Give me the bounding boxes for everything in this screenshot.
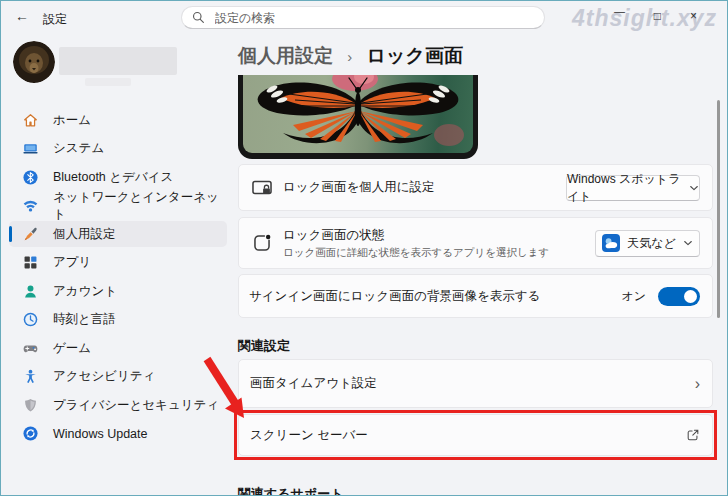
close-button[interactable]: × bbox=[690, 9, 697, 23]
search-input[interactable] bbox=[213, 10, 517, 26]
setting-row-lock-screen-status[interactable]: ロック画面の状態 ロック画面に詳細な状態を表示するアプリを選択します 天気など bbox=[238, 217, 713, 269]
sidebar-item-network[interactable]: ネットワークとインターネット bbox=[9, 193, 227, 219]
related-settings-header: 関連設定 bbox=[238, 337, 290, 355]
page-title: ロック画面 bbox=[367, 45, 463, 66]
chevron-down-icon bbox=[683, 238, 693, 248]
user-avatar[interactable] bbox=[13, 41, 55, 83]
breadcrumb-parent[interactable]: 個人用設定 bbox=[238, 45, 333, 66]
scrollbar-thumb[interactable] bbox=[717, 100, 720, 318]
setting-row-personalize-lock-screen[interactable]: ロック画面を個人用に設定 Windows スポットライト bbox=[238, 164, 713, 211]
gaming-icon bbox=[22, 340, 39, 357]
sidebar-item-windows-update[interactable]: Windows Update bbox=[9, 421, 227, 447]
breadcrumb-separator-icon: › bbox=[347, 48, 352, 65]
related-support-header: 関連するサポート bbox=[238, 485, 344, 496]
accounts-icon bbox=[22, 283, 39, 300]
window-title: 設定 bbox=[43, 11, 67, 28]
sidebar-item-label: 個人用設定 bbox=[53, 226, 116, 243]
accessibility-icon bbox=[22, 368, 39, 385]
setting-row-screen-timeout[interactable]: 画面タイムアウト設定 › bbox=[238, 359, 713, 408]
sidebar-item-label: 時刻と言語 bbox=[53, 311, 116, 328]
breadcrumb: 個人用設定 › ロック画面 bbox=[238, 43, 463, 69]
back-arrow-icon[interactable]: ← bbox=[15, 8, 29, 24]
lock-screen-status-icon bbox=[251, 232, 273, 254]
sidebar-item-personalization[interactable]: 個人用設定 bbox=[9, 221, 227, 247]
user-name-redacted bbox=[59, 47, 177, 75]
lock-screen-personalize-dropdown[interactable]: Windows スポットライト bbox=[566, 175, 700, 201]
butterfly-image bbox=[243, 75, 473, 153]
sidebar-item-label: Bluetooth とデバイス bbox=[53, 169, 173, 186]
setting-row-screen-saver[interactable]: スクリーン セーバー bbox=[238, 414, 713, 456]
bluetooth-icon bbox=[22, 169, 39, 186]
dropdown-value: Windows スポットライト bbox=[567, 171, 681, 205]
chevron-down-icon bbox=[689, 183, 699, 193]
sidebar-item-label: ネットワークとインターネット bbox=[53, 189, 227, 223]
sidebar-nav: ホーム システム Bluetooth とデバイス ネットワークとインターネット bbox=[9, 107, 227, 447]
windows-update-icon bbox=[22, 425, 39, 442]
search-box[interactable] bbox=[181, 6, 545, 29]
sidebar-item-label: Windows Update bbox=[53, 427, 148, 441]
sidebar-item-gaming[interactable]: ゲーム bbox=[9, 335, 227, 361]
sidebar-item-home[interactable]: ホーム bbox=[9, 107, 227, 133]
user-email-redacted bbox=[85, 78, 131, 86]
sidebar-item-label: アカウント bbox=[53, 283, 117, 300]
search-icon bbox=[192, 11, 205, 24]
sidebar-item-accessibility[interactable]: アクセシビリティ bbox=[9, 364, 227, 390]
setting-description: ロック画面に詳細な状態を表示するアプリを選択します bbox=[283, 246, 549, 260]
dropdown-value: 天気など bbox=[627, 235, 676, 252]
home-icon bbox=[22, 112, 39, 129]
personalization-icon bbox=[22, 226, 39, 243]
setting-label: 画面タイムアウト設定 bbox=[250, 375, 377, 392]
settings-window: ← 設定 4thsight.xyz — □ × ホーム bbox=[0, 0, 728, 496]
toggle-knob bbox=[684, 290, 697, 303]
sidebar-item-system[interactable]: システム bbox=[9, 136, 227, 162]
setting-row-signin-background[interactable]: サインイン画面にロック画面の背景画像を表示する オン bbox=[238, 274, 713, 318]
minimize-button[interactable]: — bbox=[614, 5, 625, 17]
lock-screen-personalize-icon bbox=[251, 177, 273, 199]
external-link-icon bbox=[686, 428, 700, 442]
toggle-state-label: オン bbox=[621, 288, 646, 305]
sidebar-item-label: システム bbox=[53, 140, 104, 157]
time-language-icon bbox=[22, 311, 39, 328]
sidebar-item-label: プライバシーとセキュリティ bbox=[53, 397, 219, 414]
sidebar-item-label: ホーム bbox=[53, 112, 91, 129]
sidebar-item-label: ゲーム bbox=[53, 340, 91, 357]
setting-label: サインイン画面にロック画面の背景画像を表示する bbox=[249, 288, 540, 305]
sidebar-item-accounts[interactable]: アカウント bbox=[9, 278, 227, 304]
weather-app-icon bbox=[602, 234, 620, 252]
system-icon bbox=[22, 140, 39, 157]
maximize-button[interactable]: □ bbox=[654, 9, 661, 23]
network-icon bbox=[22, 197, 39, 214]
sidebar-item-time-language[interactable]: 時刻と言語 bbox=[9, 307, 227, 333]
privacy-icon bbox=[22, 397, 39, 414]
sidebar-item-label: アプリ bbox=[53, 254, 91, 271]
apps-icon bbox=[22, 254, 39, 271]
setting-label: ロック画面の状態 bbox=[283, 227, 549, 244]
sidebar-item-privacy[interactable]: プライバシーとセキュリティ bbox=[9, 392, 227, 418]
chevron-right-icon: › bbox=[695, 376, 700, 392]
signin-background-toggle[interactable] bbox=[658, 287, 700, 306]
sidebar-item-label: アクセシビリティ bbox=[53, 368, 155, 385]
lock-screen-status-dropdown[interactable]: 天気など bbox=[595, 230, 700, 257]
setting-label: ロック画面を個人用に設定 bbox=[283, 179, 434, 196]
setting-label: スクリーン セーバー bbox=[250, 427, 368, 444]
sidebar-item-bluetooth[interactable]: Bluetooth とデバイス bbox=[9, 164, 227, 190]
lock-screen-preview bbox=[238, 75, 478, 159]
sidebar-item-apps[interactable]: アプリ bbox=[9, 250, 227, 276]
